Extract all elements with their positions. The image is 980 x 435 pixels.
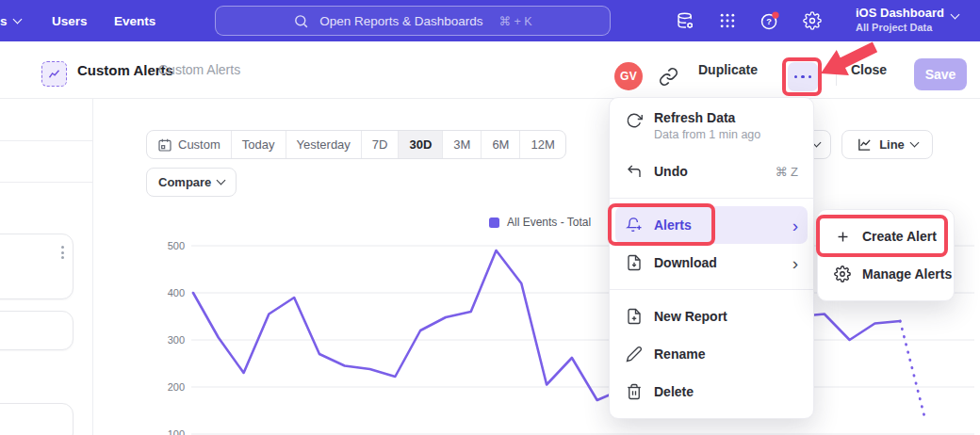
svg-text:500: 500 (168, 240, 185, 251)
svg-text:400: 400 (168, 287, 185, 298)
gear-icon (833, 266, 852, 282)
nav-users-label: Users (52, 14, 88, 28)
project-switcher[interactable]: iOS Dashboard All Project Data (856, 6, 944, 33)
menu-item-label: Refresh Data (654, 110, 760, 125)
nav-item-events[interactable]: Events (114, 0, 155, 41)
menu-item-label: Rename (654, 346, 705, 362)
compare-button[interactable]: Compare (146, 168, 237, 197)
more-options-menu: Refresh Data Data from 1 min ago Undo ⌘ … (609, 97, 814, 419)
menu-item-label: New Report (654, 309, 727, 324)
range-3m[interactable]: 3M (442, 131, 481, 158)
apps-grid-icon (718, 11, 737, 30)
undo-icon (625, 163, 644, 180)
apps-grid-button[interactable] (717, 10, 738, 31)
chevron-down-icon (909, 138, 919, 148)
nav-events-label: Events (114, 14, 155, 28)
close-button[interactable]: Close (851, 41, 887, 98)
menu-item-label: Alerts (654, 218, 692, 233)
range-7d[interactable]: 7D (361, 131, 399, 158)
range-30d-active[interactable]: 30D (398, 131, 442, 158)
nav-stub-label: s (0, 14, 8, 28)
report-chart-icon (41, 61, 67, 87)
range-6m[interactable]: 6M (481, 131, 519, 158)
svg-text:200: 200 (168, 381, 185, 393)
copy-link-button[interactable] (659, 67, 679, 88)
range-12m[interactable]: 12M (519, 131, 564, 158)
chevron-down-icon (217, 176, 226, 185)
date-range-selector: Custom Today Yesterday 7D 30D 3M 6M 12M (146, 130, 566, 159)
menu-item-label: Download (654, 255, 717, 270)
range-custom[interactable]: Custom (147, 131, 231, 158)
settings-button[interactable] (802, 10, 823, 31)
line-chart-icon (857, 137, 873, 153)
search-placeholder: Open Reports & Dashboards (319, 14, 482, 28)
submenu-item-label: Manage Alerts (862, 266, 952, 282)
link-icon (659, 67, 678, 87)
project-chevron-down-icon[interactable] (951, 10, 960, 20)
close-label: Close (851, 62, 887, 77)
svg-text:300: 300 (168, 334, 185, 346)
download-icon (625, 254, 644, 271)
menu-item-refresh-data[interactable]: Refresh Data Data from 1 min ago (610, 105, 813, 153)
menu-item-rename[interactable]: Rename (610, 335, 813, 373)
trash-icon (625, 383, 644, 400)
chart-type-label: Line (879, 137, 905, 152)
help-button[interactable]: ? (760, 10, 780, 31)
menu-item-delete[interactable]: Delete (610, 373, 813, 411)
search-icon (293, 13, 309, 29)
breadcrumb: Custom Alerts (158, 41, 240, 98)
help-icon: ? (760, 10, 780, 32)
chart-type-button[interactable]: Line (841, 130, 933, 159)
file-plus-icon (625, 308, 644, 325)
pencil-icon (625, 346, 644, 362)
svg-text:?: ? (766, 17, 772, 26)
refresh-icon (625, 112, 644, 129)
plus-icon (833, 229, 852, 245)
range-label: Custom (178, 137, 220, 152)
menu-item-label: Undo (654, 164, 688, 179)
submenu-chevron-icon: › (792, 217, 798, 234)
nav-item-users[interactable]: Users (52, 0, 88, 41)
menu-item-shortcut: ⌘ Z (775, 165, 798, 179)
report-header: Custom Alerts Custom Alerts GV Duplicate… (0, 41, 980, 99)
duplicate-label: Duplicate (698, 62, 758, 77)
header-divider (836, 62, 837, 86)
menu-item-alerts[interactable]: Alerts › (615, 206, 808, 244)
duplicate-button[interactable]: Duplicate (698, 41, 758, 98)
legend-swatch (489, 218, 499, 228)
alerts-submenu: Create Alert Manage Alerts (817, 209, 955, 301)
nav-item-stub[interactable]: s (0, 0, 21, 41)
menu-divider (610, 289, 813, 290)
menu-item-new-report[interactable]: New Report (610, 298, 813, 335)
gear-icon (803, 11, 822, 30)
avatar[interactable]: GV (614, 62, 643, 90)
svg-text:100: 100 (168, 428, 185, 435)
submenu-item-manage-alerts[interactable]: Manage Alerts (818, 255, 954, 293)
top-navbar: s Users Events Open Reports & Dashboards… (0, 0, 980, 41)
menu-divider (610, 198, 813, 199)
save-button[interactable]: Save (914, 58, 967, 90)
submenu-item-label: Create Alert (862, 229, 937, 244)
range-yesterday[interactable]: Yesterday (286, 131, 361, 158)
legend-label: All Events - Total (507, 216, 591, 229)
project-title: iOS Dashboard (856, 6, 944, 20)
compare-label: Compare (158, 175, 211, 189)
search-input[interactable]: Open Reports & Dashboards ⌘ + K (215, 6, 611, 36)
chevron-down-icon (12, 14, 22, 24)
project-subtitle: All Project Data (856, 22, 944, 33)
search-shortcut: ⌘ + K (499, 14, 532, 28)
ellipsis-icon (794, 75, 798, 79)
menu-item-label: Delete (654, 384, 694, 399)
data-management-button[interactable] (675, 10, 695, 31)
app-window: s Users Events Open Reports & Dashboards… (0, 0, 980, 435)
calendar-icon (157, 137, 172, 153)
menu-item-subtitle: Data from 1 min ago (654, 128, 760, 141)
menu-item-download[interactable]: Download › (610, 244, 813, 282)
submenu-item-create-alert[interactable]: Create Alert (818, 218, 954, 255)
submenu-chevron-icon: › (792, 254, 798, 272)
menu-item-undo[interactable]: Undo ⌘ Z (610, 153, 813, 190)
range-today[interactable]: Today (231, 131, 286, 158)
more-options-button[interactable] (788, 62, 818, 91)
chart-legend[interactable]: All Events - Total (489, 216, 591, 229)
bell-plus-icon (625, 217, 644, 234)
